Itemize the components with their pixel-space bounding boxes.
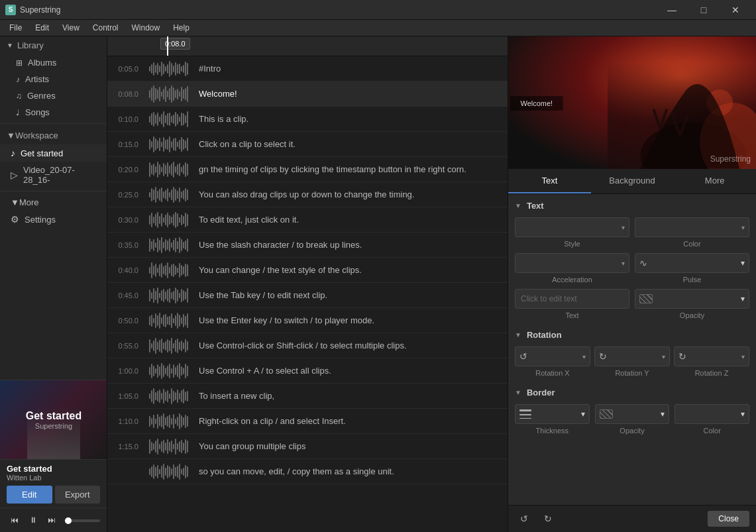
table-row[interactable]: 0:30.0 To edit text, just click on it.	[107, 207, 508, 233]
text-section-toggle[interactable]: ▼	[515, 202, 521, 209]
workspace-header[interactable]: ▼ Workspace	[0, 127, 107, 144]
sidebar-item-genres[interactable]: ♫ Genres	[0, 87, 107, 104]
opacity-dropdown[interactable]: ▾	[635, 289, 749, 309]
minimize-button[interactable]: —	[657, 0, 687, 20]
sidebar-item-video[interactable]: ▷ Video_20-07-28_16-	[0, 162, 107, 188]
waveform-14	[144, 409, 193, 433]
menu-help[interactable]: Help	[166, 20, 196, 36]
acceleration-dropdown[interactable]: ▾	[515, 253, 629, 273]
menu-window[interactable]: Window	[125, 20, 167, 36]
clip-content-10[interactable]: Use the Enter key / to switch / to playe…	[193, 315, 508, 325]
border-opacity-dropdown[interactable]: ▾	[595, 404, 670, 424]
clip-content-2[interactable]: This is a clip.	[193, 114, 508, 124]
sidebar-item-settings[interactable]: ⚙ Settings	[0, 211, 107, 228]
clip-content-6[interactable]: To edit text, just click on it.	[193, 215, 508, 225]
clip-content-3[interactable]: Click on a clip to select it.	[193, 139, 508, 149]
color-dropdown[interactable]: ▾	[635, 217, 749, 237]
table-row[interactable]: 1:10.0 Right-click on a clip / and selec…	[107, 409, 508, 434]
table-row[interactable]: 1:05.0 To insert a new clip,	[107, 384, 508, 409]
table-row[interactable]: 0:20.0 gn the timing of clips by clickin…	[107, 157, 508, 182]
preview-overlay: Get started Superstring	[0, 380, 107, 459]
library-header[interactable]: ▼ Library	[0, 36, 107, 54]
clip-content-16[interactable]: so you can move, edit, / copy them as a …	[193, 466, 508, 476]
close-window-button[interactable]: ✕	[720, 0, 751, 20]
style-dropdown[interactable]: ▾	[515, 217, 629, 237]
opacity-chevron: ▾	[741, 294, 745, 303]
table-row[interactable]: 0:10.0 This is a clip.	[107, 107, 508, 132]
timeline-header: 0:08.0	[107, 36, 508, 56]
artists-label: Artists	[25, 74, 49, 84]
clip-content-7[interactable]: Use the slash character / to break up li…	[193, 240, 508, 250]
rotation-section-toggle[interactable]: ▼	[515, 331, 521, 339]
close-button[interactable]: Close	[708, 511, 749, 527]
table-row[interactable]: 0:05.0 #Intro	[107, 56, 508, 81]
clip-content-8[interactable]: You can change / the text style of the c…	[193, 265, 508, 275]
sidebar-item-albums[interactable]: ⊞ Albums	[0, 54, 107, 71]
clip-content-1[interactable]: Welcome!	[193, 89, 508, 99]
rewind-button[interactable]: ⏮	[7, 512, 23, 528]
clip-content-12[interactable]: Use Control + A / to select all clips.	[193, 366, 508, 376]
menu-file[interactable]: File	[3, 20, 28, 36]
rotation-z-dropdown[interactable]: ↻ ▾	[674, 346, 749, 366]
menubar: File Edit View Control Window Help	[0, 20, 756, 36]
table-row[interactable]: 0:55.0 Use Control-click or Shift-click …	[107, 333, 508, 358]
rotation-z-icon: ↻	[678, 351, 686, 362]
border-section-toggle[interactable]: ▼	[515, 389, 521, 396]
table-row[interactable]: 0:45.0 Use the Tab key / to edit next cl…	[107, 283, 508, 308]
workspace-chevron: ▼	[7, 131, 15, 140]
play-pause-button[interactable]: ⏸	[25, 512, 41, 528]
sidebar-item-artists[interactable]: ♪ Artists	[0, 71, 107, 87]
undo-button[interactable]: ↺	[515, 509, 533, 528]
settings-icon: ⚙	[11, 214, 19, 225]
table-row[interactable]: 0:50.0 Use the Enter key / to switch / t…	[107, 308, 508, 333]
table-row[interactable]: 0:25.0 You can also drag clips up or dow…	[107, 182, 508, 207]
menu-edit[interactable]: Edit	[28, 20, 56, 36]
progress-bar[interactable]	[65, 519, 100, 522]
waveform-15	[144, 435, 193, 458]
time-label: 0:55.0	[107, 342, 144, 350]
table-row[interactable]: 0:15.0 Click on a clip to select it.	[107, 132, 508, 157]
clip-text-4: gn the timing of clips by clicking the t…	[199, 164, 502, 174]
table-row[interactable]: 1:15.0 You can group multiple clips	[107, 434, 508, 459]
clip-content-11[interactable]: Use Control-click or Shift-click / to se…	[193, 341, 508, 350]
clip-content-4[interactable]: gn the timing of clips by clicking the t…	[193, 164, 508, 174]
menu-view[interactable]: View	[56, 20, 86, 36]
clip-text-8: You can change / the text style of the c…	[199, 265, 502, 275]
table-row[interactable]: 0:35.0 Use the slash character / to brea…	[107, 233, 508, 258]
concert-svg: Welcome!	[508, 36, 756, 169]
panel-content: ▼ Text ▾ Style ▾ Color	[508, 194, 756, 505]
menu-control[interactable]: Control	[86, 20, 125, 36]
export-button[interactable]: Export	[55, 486, 101, 504]
time-label: 0:40.0	[107, 266, 144, 274]
clip-content-15[interactable]: You can group multiple clips	[193, 441, 508, 451]
clip-content-9[interactable]: Use the Tab key / to edit next clip.	[193, 290, 508, 300]
clip-content-5[interactable]: You can also drag clips up or down to ch…	[193, 189, 508, 199]
fast-forward-button[interactable]: ⏭	[44, 512, 60, 528]
thickness-dropdown[interactable]: ▾	[515, 404, 590, 424]
tab-more[interactable]: More	[673, 169, 756, 193]
clip-content-14[interactable]: Right-click on a clip / and select Inser…	[193, 416, 508, 426]
text-input[interactable]: Click to edit text	[515, 289, 629, 309]
border-color-dropdown[interactable]: ▾	[675, 404, 749, 424]
table-row[interactable]: 1:00.0 Use Control + A / to select all c…	[107, 358, 508, 384]
tab-background[interactable]: Background	[591, 169, 674, 193]
thickness-label: Thickness	[515, 427, 590, 435]
table-row[interactable]: 0:08.0 Welcome!	[107, 81, 508, 107]
tab-text[interactable]: Text	[508, 169, 591, 193]
sidebar-item-more[interactable]: ▼ More	[0, 194, 107, 211]
table-row[interactable]: so you can move, edit, / copy them as a …	[107, 459, 508, 484]
table-row[interactable]: 0:40.0 You can change / the text style o…	[107, 258, 508, 283]
sidebar-item-songs[interactable]: ♩ Songs	[0, 104, 107, 121]
edit-button[interactable]: Edit	[7, 486, 52, 504]
pulse-dropdown[interactable]: ∿ ▾	[635, 253, 749, 273]
opacity-group: ▾ Opacity	[635, 289, 749, 319]
rotation-x-dropdown[interactable]: ↺ ▾	[515, 346, 590, 366]
clips-scroll[interactable]: 0:05.0 #Intro 0:08.0 Welc	[107, 56, 508, 532]
rotation-y-dropdown[interactable]: ↻ ▾	[594, 346, 670, 366]
redo-button[interactable]: ↻	[539, 509, 557, 528]
maximize-button[interactable]: □	[688, 0, 719, 20]
clip-content-13[interactable]: To insert a new clip,	[193, 391, 508, 401]
waveform-3	[144, 133, 193, 156]
clip-content-0[interactable]: #Intro	[193, 64, 508, 74]
sidebar-item-get-started[interactable]: ♪ Get started	[0, 144, 107, 162]
